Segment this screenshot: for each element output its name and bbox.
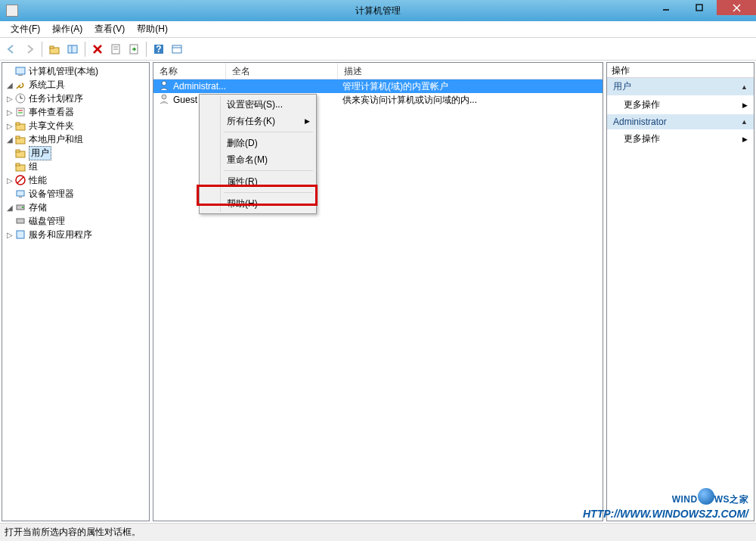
show-hide-tree-button[interactable] — [64, 41, 81, 58]
tree-node-services-apps[interactable]: ▷ 服务和应用程序 — [2, 228, 149, 241]
app-icon — [6, 5, 18, 17]
shared-folder-icon — [14, 120, 26, 132]
expand-icon[interactable]: ▷ — [5, 95, 14, 103]
folder-icon — [14, 147, 26, 159]
actions-group-users[interactable]: 用户 ▲ — [607, 78, 754, 95]
row-name-text: Administrat... — [173, 81, 226, 92]
folder-icon — [14, 160, 26, 173]
actions-item-text: 更多操作 — [624, 132, 660, 145]
main-area: 计算机管理(本地) ◢ 系统工具 ▷ 任务计划程序 ▷ 事件查看器 ▷ 共享文件… — [0, 61, 756, 523]
delete-button[interactable] — [89, 41, 106, 58]
tree-label: 设备管理器 — [29, 188, 74, 201]
actions-more-users[interactable]: 更多操作 ▶ — [607, 95, 754, 114]
disk-icon — [14, 215, 26, 227]
ctx-rename[interactable]: 重命名(M) — [201, 151, 314, 168]
menu-action[interactable]: 操作(A) — [46, 21, 88, 37]
actions-group-administrator[interactable]: Administrator ▲ — [607, 114, 754, 129]
svg-rect-6 — [68, 45, 77, 53]
toolbar-separator — [85, 42, 85, 57]
ctx-help[interactable]: 帮助(H) — [201, 195, 314, 212]
up-folder-button[interactable] — [46, 41, 63, 58]
svg-point-39 — [22, 207, 23, 208]
tree-node-storage[interactable]: ◢ 存储 — [2, 201, 149, 214]
tree-node-system-tools[interactable]: ◢ 系统工具 — [2, 78, 149, 92]
actions-header: 操作 — [607, 63, 754, 78]
tree-node-performance[interactable]: ▷ 性能 — [2, 173, 149, 187]
collapse-icon[interactable]: ◢ — [5, 135, 14, 144]
svg-rect-40 — [17, 219, 24, 223]
tree-node-users[interactable]: 用户 — [2, 146, 149, 160]
tree-node-device-manager[interactable]: 设备管理器 — [2, 187, 149, 201]
ctx-all-tasks[interactable]: 所有任务(K)▶ — [201, 113, 314, 129]
user-icon — [158, 93, 170, 107]
ctx-set-password[interactable]: 设置密码(S)... — [201, 96, 314, 113]
clock-icon — [14, 92, 26, 104]
tree-node-local-users-groups[interactable]: ◢ 本地用户和组 — [2, 132, 149, 146]
svg-rect-1 — [696, 5, 702, 11]
tree-node-event-viewer[interactable]: ▷ 事件查看器 — [2, 105, 149, 119]
tree-label: 任务计划程序 — [29, 92, 83, 105]
ctx-label: 所有任务(K) — [227, 115, 275, 128]
maximize-button[interactable] — [683, 0, 716, 15]
submenu-arrow-icon: ▶ — [742, 135, 748, 143]
expand-icon[interactable]: ▷ — [5, 176, 14, 185]
tree-label: 共享文件夹 — [29, 120, 74, 132]
ctx-label: 重命名(M) — [227, 154, 268, 166]
svg-rect-19 — [18, 75, 23, 76]
collapse-caret-icon[interactable]: ▲ — [741, 83, 748, 91]
computer-management-icon — [14, 65, 26, 77]
svg-rect-33 — [16, 163, 20, 166]
user-icon — [158, 79, 170, 94]
svg-rect-18 — [16, 67, 25, 74]
actions-more-administrator[interactable]: 更多操作 ▶ — [607, 129, 754, 148]
list-header: 名称 全名 描述 — [153, 63, 603, 79]
ctx-properties[interactable]: 属性(R) — [201, 173, 314, 190]
collapse-caret-icon[interactable]: ▲ — [741, 118, 748, 126]
context-menu: 设置密码(S)... 所有任务(K)▶ 删除(D) 重命名(M) 属性(R) 帮… — [199, 94, 317, 214]
view-options-button[interactable] — [169, 41, 185, 58]
column-fullname[interactable]: 全名 — [226, 63, 338, 79]
expand-icon[interactable]: ▷ — [5, 108, 14, 117]
svg-rect-27 — [16, 123, 20, 125]
collapse-icon[interactable]: ◢ — [5, 81, 14, 89]
storage-icon — [14, 201, 26, 213]
svg-rect-31 — [16, 150, 20, 152]
status-text: 打开当前所选内容的属性对话框。 — [5, 526, 141, 539]
tree-node-shared-folders[interactable]: ▷ 共享文件夹 — [2, 119, 149, 132]
properties-button[interactable] — [107, 41, 124, 58]
list-row-administrator[interactable]: Administrat... 管理计算机(域)的内置帐户 — [153, 79, 603, 93]
tree-label: 系统工具 — [29, 79, 65, 92]
close-button[interactable] — [717, 0, 756, 15]
performance-icon — [14, 174, 26, 186]
ctx-delete[interactable]: 删除(D) — [201, 135, 314, 151]
tree-node-root[interactable]: 计算机管理(本地) — [2, 64, 149, 78]
expand-icon[interactable]: ▷ — [5, 231, 14, 239]
export-button[interactable] — [125, 41, 142, 58]
menu-help[interactable]: 帮助(H) — [131, 21, 174, 37]
context-menu-separator — [224, 132, 313, 132]
nav-forward-button[interactable] — [21, 41, 38, 58]
minimize-button[interactable] — [649, 0, 683, 15]
tree-node-task-scheduler[interactable]: ▷ 任务计划程序 — [2, 92, 149, 105]
help-button[interactable]: ? — [150, 41, 167, 58]
context-menu-separator — [224, 192, 313, 193]
menu-view[interactable]: 查看(V) — [88, 21, 131, 37]
svg-point-42 — [162, 81, 166, 86]
svg-point-43 — [162, 95, 166, 99]
menubar: 文件(F) 操作(A) 查看(V) 帮助(H) — [0, 21, 756, 38]
expand-icon[interactable]: ▷ — [5, 122, 14, 130]
menu-file[interactable]: 文件(F) — [5, 21, 46, 37]
window-controls — [649, 0, 756, 15]
svg-rect-41 — [17, 231, 24, 238]
tree-label: 用户 — [29, 146, 51, 160]
toolbar-separator — [42, 42, 42, 57]
tree-node-groups[interactable]: 组 — [2, 160, 149, 173]
collapse-icon[interactable]: ◢ — [5, 204, 14, 212]
actions-item-text: 更多操作 — [624, 98, 660, 111]
console-tree[interactable]: 计算机管理(本地) ◢ 系统工具 ▷ 任务计划程序 ▷ 事件查看器 ▷ 共享文件… — [2, 63, 149, 243]
tree-node-disk-management[interactable]: 磁盘管理 — [2, 214, 149, 228]
column-name[interactable]: 名称 — [153, 63, 226, 79]
ctx-label: 删除(D) — [227, 137, 258, 150]
nav-back-button[interactable] — [3, 41, 20, 58]
column-description[interactable]: 描述 — [338, 63, 603, 79]
